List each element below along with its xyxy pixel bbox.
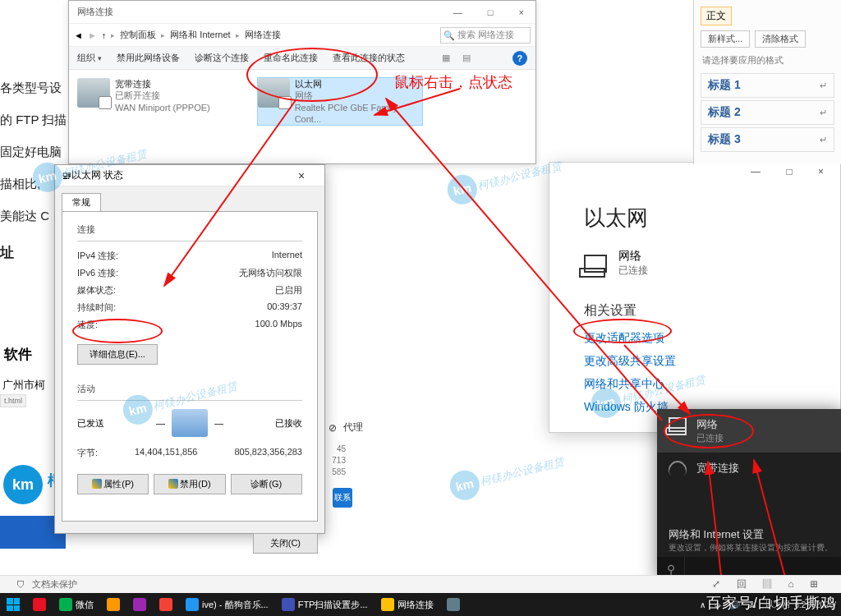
- organize-menu[interactable]: 组织: [77, 52, 102, 64]
- app-icon: [59, 598, 72, 611]
- app-icon: [107, 598, 120, 611]
- rename-button[interactable]: 重命名此连接: [264, 52, 318, 64]
- clear-format-button[interactable]: 清除格式: [755, 30, 806, 48]
- settings-ethernet-window: — □ × 以太网 网络已连接 相关设置 更改适配器选项 更改高级共享设置 网络…: [549, 162, 841, 433]
- new-style-button[interactable]: 新样式...: [701, 30, 750, 48]
- ethernet-icon: [669, 417, 687, 432]
- diagnose-button[interactable]: 诊断这个连接: [195, 52, 249, 64]
- app-icon: [159, 598, 172, 611]
- start-button[interactable]: [0, 593, 26, 616]
- ethernet-status-dialog: 🖳 以太网 状态 × 常规 连接 IPv4 连接:Internet IPv6 连…: [54, 164, 325, 534]
- close-button[interactable]: 关闭(C): [253, 533, 318, 554]
- explorer-toolbar: 组织 禁用此网络设备 诊断这个连接 重命名此连接 查看此连接的状态 ▦ ▤ ?: [69, 47, 535, 70]
- window-titlebar: 网络连接 — □ ×: [69, 1, 535, 24]
- breadcrumb[interactable]: ◄ ► ↑ ▸控制面板 ▸网络和 Internet ▸网络连接 🔍 搜索 网络连…: [69, 24, 535, 47]
- number-fragment: 45713585: [329, 444, 346, 478]
- forward-icon[interactable]: ►: [88, 30, 97, 40]
- link-sharing-options[interactable]: 更改高级共享设置: [584, 354, 840, 369]
- style-body[interactable]: 正文: [701, 7, 732, 25]
- style-heading-3[interactable]: 标题 3↵: [701, 127, 834, 152]
- window-controls[interactable]: — □ ×: [751, 166, 835, 177]
- up-icon[interactable]: ↑: [102, 30, 107, 40]
- dialup-icon: [664, 457, 690, 482]
- adapter-icon: [258, 78, 290, 108]
- search-icon: 🔍: [443, 30, 455, 41]
- app-icon: [447, 598, 460, 611]
- search-input[interactable]: 🔍 搜索 网络连接: [440, 27, 531, 44]
- styles-hint: 请选择要应用的格式: [702, 54, 834, 67]
- app-icon: [33, 598, 46, 611]
- ethernet-icon: [584, 255, 607, 273]
- app-icon: [381, 598, 394, 611]
- taskbar-item[interactable]: 微信: [53, 593, 100, 616]
- taskbar-item[interactable]: FTP扫描设置步...: [275, 593, 375, 616]
- group-activity: 活动: [77, 383, 302, 395]
- app-icon: [282, 598, 295, 611]
- word-styles-panel: 正文 新样式... 清除格式 请选择要应用的格式 标题 1↵ 标题 2↵ 标题 …: [693, 0, 841, 164]
- adapter-icon: [77, 78, 110, 108]
- baijiahao-watermark: 百家号/白切手撕鸡: [706, 593, 836, 613]
- network-flyout: 网络已连接 宽带连接 网络和 Internet 设置 更改设置，例如将某连接设置…: [657, 409, 841, 582]
- page-title: 以太网: [584, 204, 840, 232]
- shield-icon: [92, 479, 102, 489]
- proxy-label: ⊘代理: [329, 421, 363, 434]
- activity-icon: [172, 409, 208, 437]
- taskbar-item[interactable]: [26, 593, 53, 616]
- back-icon[interactable]: ◄: [74, 30, 83, 40]
- group-connection: 连接: [77, 223, 302, 236]
- connection-ethernet[interactable]: 以太网 网络 Realtek PCIe GbE Family Cont...: [258, 78, 422, 125]
- app-icon: [133, 598, 146, 611]
- diagnose-button[interactable]: 诊断(G): [231, 474, 302, 494]
- network-entry[interactable]: 网络已连接: [584, 249, 840, 278]
- taskbar-item[interactable]: ive) - 酷狗音乐...: [179, 593, 275, 616]
- style-heading-2[interactable]: 标题 2↵: [701, 100, 834, 125]
- style-heading-1[interactable]: 标题 1↵: [701, 73, 834, 98]
- view-icons[interactable]: ▦ ▤: [442, 53, 476, 63]
- network-connections-window: 网络连接 — □ × ◄ ► ↑ ▸控制面板 ▸网络和 Internet ▸网络…: [68, 0, 536, 164]
- window-controls[interactable]: — □ ×: [453, 7, 535, 17]
- heading-software: 软件: [4, 345, 53, 364]
- related-settings-header: 相关设置: [584, 302, 840, 319]
- flyout-broadband-item[interactable]: 宽带连接: [657, 453, 841, 487]
- link-adapter-options[interactable]: 更改适配器选项: [584, 331, 840, 346]
- dialog-titlebar: 🖳 以太网 状态 ×: [55, 165, 324, 186]
- document-status-bar: ⛉ 文档未保护 ⤢ 回 ▥ ⌂ ⊞: [0, 575, 841, 593]
- flyout-settings-link[interactable]: 网络和 Internet 设置 更改设置，例如将某连接设置为按流量计费。: [669, 527, 833, 554]
- contact-button[interactable]: 联系: [333, 488, 352, 508]
- link-sharing-center[interactable]: 网络和共享中心: [584, 377, 840, 392]
- help-icon[interactable]: ?: [512, 51, 527, 66]
- view-icons[interactable]: ⤢ 回 ▥ ⌂ ⊞: [712, 577, 825, 591]
- shield-icon: [168, 479, 178, 489]
- connection-broadband[interactable]: 宽带连接 已断开连接 WAN Miniport (PPPOE): [77, 78, 241, 125]
- taskbar-item[interactable]: [153, 593, 179, 616]
- taskbar-item[interactable]: [100, 593, 126, 616]
- disable-device-button[interactable]: 禁用此网络设备: [117, 52, 180, 64]
- tab-general[interactable]: 常规: [62, 193, 101, 211]
- app-icon: [186, 598, 199, 611]
- flyout-network-item[interactable]: 网络已连接: [657, 409, 841, 453]
- taskbar-item[interactable]: [126, 593, 153, 616]
- properties-button[interactable]: 属性(P): [77, 474, 149, 494]
- view-status-button[interactable]: 查看此连接的状态: [333, 52, 405, 64]
- adapter-small-icon: 🖳: [62, 170, 71, 182]
- taskbar-item[interactable]: [440, 593, 466, 616]
- shield-icon: ⛉: [16, 580, 25, 590]
- proxy-icon: ⊘: [329, 422, 337, 434]
- disable-button[interactable]: 禁用(D): [154, 474, 225, 494]
- km-logo-icon: km: [3, 465, 43, 504]
- details-button[interactable]: 详细信息(E)...: [77, 344, 158, 365]
- close-icon[interactable]: ×: [285, 169, 318, 182]
- taskbar-item[interactable]: 网络连接: [375, 593, 440, 616]
